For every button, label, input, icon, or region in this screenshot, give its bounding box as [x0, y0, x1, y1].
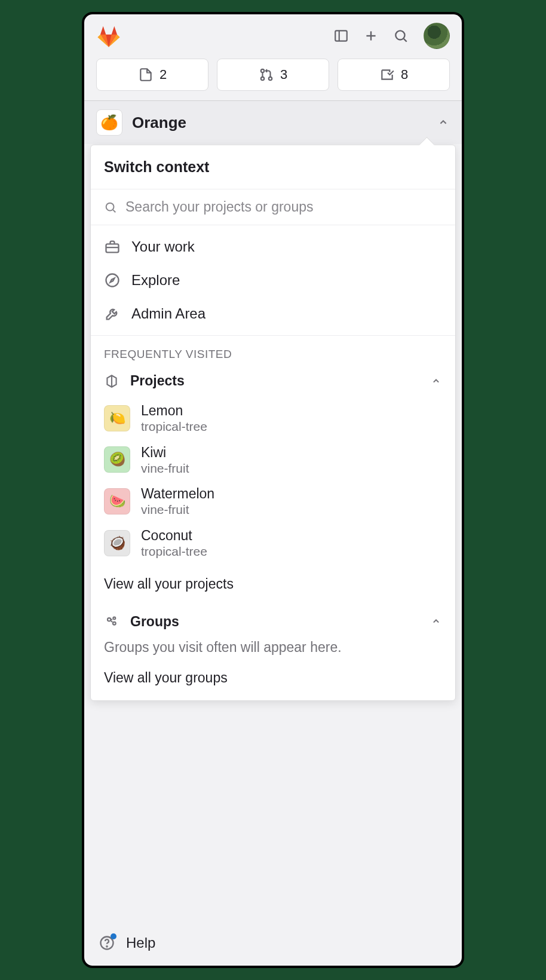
- project-text: Coconut tropical-tree: [141, 527, 207, 559]
- nav-label: Admin Area: [131, 305, 205, 322]
- chevron-up-icon: [437, 116, 450, 129]
- merge-requests-count-button[interactable]: 3: [217, 59, 329, 91]
- context-emoji: 🍊: [100, 114, 118, 131]
- project-namespace: tropical-tree: [141, 544, 207, 559]
- groups-empty-text: Groups you visit often will appear here.: [91, 636, 455, 662]
- view-all-groups-link[interactable]: View all your groups: [91, 662, 455, 700]
- groups-section-header[interactable]: Groups: [91, 604, 455, 636]
- svg-point-10: [106, 946, 107, 947]
- project-avatar: 🍋: [104, 405, 130, 431]
- svg-point-6: [261, 69, 264, 72]
- nav-list: Your work Explore Admin Area: [91, 225, 455, 336]
- project-text: Lemon tropical-tree: [141, 402, 207, 434]
- svg-rect-13: [106, 244, 119, 252]
- project-namespace: tropical-tree: [141, 419, 207, 434]
- user-avatar[interactable]: [424, 23, 450, 49]
- project-namespace: vine-fruit: [141, 461, 189, 476]
- sidebar-toggle-icon[interactable]: [329, 24, 353, 48]
- projects-section-header[interactable]: Projects: [91, 368, 455, 395]
- context-avatar: 🍊: [96, 109, 122, 136]
- search-icon: [104, 201, 117, 214]
- project-item[interactable]: 🍋 Lemon tropical-tree: [104, 397, 442, 439]
- project-name: Kiwi: [141, 444, 189, 461]
- project-text: Watermelon vine-fruit: [141, 485, 214, 517]
- projects-list: 🍋 Lemon tropical-tree 🥝 Kiwi vine-fruit …: [91, 395, 455, 568]
- project-namespace: vine-fruit: [141, 502, 214, 517]
- popover-title: Switch context: [91, 145, 455, 189]
- svg-point-4: [395, 30, 404, 39]
- svg-point-17: [113, 617, 115, 620]
- project-text: Kiwi vine-fruit: [141, 444, 189, 476]
- nav-your-work[interactable]: Your work: [91, 230, 455, 264]
- chevron-up-icon: [430, 375, 442, 387]
- projects-label: Projects: [130, 373, 185, 389]
- project-avatar: 🥥: [104, 530, 130, 556]
- groups-label: Groups: [130, 614, 179, 630]
- todos-count-button[interactable]: 8: [338, 59, 450, 91]
- svg-line-5: [404, 39, 407, 42]
- group-icon: [104, 614, 119, 629]
- project-name: Coconut: [141, 527, 207, 544]
- context-switcher-popover: Switch context Your work Explore Admin A…: [90, 145, 456, 701]
- project-item[interactable]: 🥥 Coconut tropical-tree: [104, 522, 442, 564]
- view-all-projects-link[interactable]: View all your projects: [91, 568, 455, 604]
- project-avatar: 🥝: [104, 446, 130, 473]
- wrench-icon: [104, 305, 121, 322]
- context-switcher-button[interactable]: 🍊 Orange: [84, 100, 462, 144]
- project-icon: [104, 373, 119, 389]
- topbar: [84, 14, 462, 53]
- svg-point-16: [108, 618, 111, 621]
- svg-marker-15: [111, 278, 115, 283]
- frequently-visited-label: FREQUENTLY VISITED: [91, 336, 455, 368]
- nav-explore[interactable]: Explore: [91, 264, 455, 297]
- compass-icon: [104, 272, 121, 289]
- counts-row: 2 3 8: [84, 53, 462, 100]
- context-name: Orange: [132, 114, 427, 132]
- search-icon[interactable]: [389, 24, 413, 48]
- svg-point-14: [106, 274, 119, 287]
- project-name: Lemon: [141, 402, 207, 419]
- svg-rect-0: [335, 30, 347, 41]
- svg-point-8: [269, 77, 272, 80]
- help-label: Help: [126, 935, 155, 951]
- svg-point-7: [261, 77, 264, 80]
- nav-admin[interactable]: Admin Area: [91, 297, 455, 330]
- sidebar-frame: 2 3 8 🍊 Orange Help Switch context: [82, 12, 464, 968]
- svg-point-18: [113, 622, 116, 625]
- search-input[interactable]: [125, 199, 442, 215]
- mr-count: 3: [280, 67, 287, 82]
- issues-count: 2: [159, 67, 167, 82]
- project-avatar: 🍉: [104, 488, 130, 514]
- svg-point-11: [106, 203, 114, 210]
- help-icon: [99, 935, 115, 951]
- project-item[interactable]: 🥝 Kiwi vine-fruit: [104, 439, 442, 481]
- briefcase-icon: [104, 238, 121, 255]
- gitlab-logo[interactable]: [96, 23, 121, 48]
- svg-line-12: [113, 210, 115, 212]
- nav-label: Explore: [131, 272, 180, 289]
- todos-count: 8: [401, 67, 408, 82]
- project-name: Watermelon: [141, 485, 214, 502]
- help-button[interactable]: Help: [84, 923, 462, 966]
- project-item[interactable]: 🍉 Watermelon vine-fruit: [104, 480, 442, 522]
- notification-dot: [111, 933, 116, 939]
- search-row: [91, 189, 455, 225]
- plus-icon[interactable]: [359, 24, 383, 48]
- chevron-up-icon: [430, 615, 442, 627]
- nav-label: Your work: [131, 238, 195, 255]
- issues-count-button[interactable]: 2: [96, 59, 208, 91]
